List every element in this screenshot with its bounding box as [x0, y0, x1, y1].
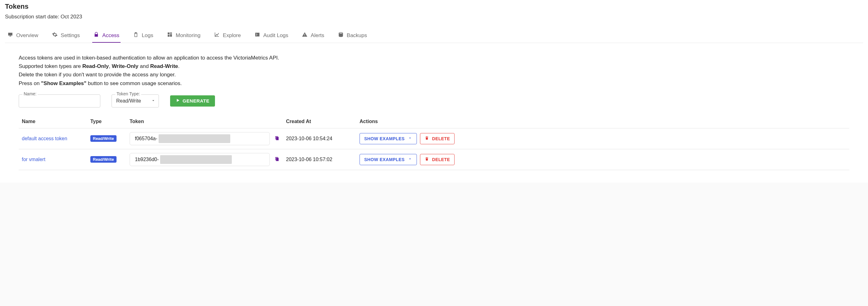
- name-field-wrap: Name:: [19, 94, 100, 108]
- tab-label: Logs: [142, 32, 153, 39]
- generate-button-label: GENERATE: [183, 98, 209, 103]
- description: Access tokens are used in token-based au…: [19, 54, 849, 88]
- name-field-label: Name:: [23, 91, 38, 96]
- token-type-label: Token Type:: [115, 91, 141, 96]
- table-row: default access tokenRead/Writef065704a-2…: [19, 128, 849, 149]
- token-type-badge: Read/Write: [90, 156, 117, 163]
- created-at: 2023-10-06 10:57:02: [286, 157, 333, 162]
- play-icon: [176, 98, 180, 103]
- chevron-down-icon: [408, 157, 412, 162]
- delete-label: DELETE: [432, 157, 450, 162]
- token-type-value: Read/Write: [116, 98, 141, 104]
- th-token: Token: [126, 115, 283, 128]
- delete-button[interactable]: DELETE: [420, 133, 455, 144]
- show-examples-button[interactable]: SHOW EXAMPLES: [360, 154, 417, 165]
- copy-icon[interactable]: [274, 156, 280, 163]
- tab-label: Monitoring: [176, 32, 200, 39]
- name-input[interactable]: [19, 94, 100, 108]
- tab-audit-logs[interactable]: Audit Logs: [253, 29, 289, 43]
- database-icon: [338, 32, 344, 39]
- show-examples-button[interactable]: SHOW EXAMPLES: [360, 133, 417, 144]
- chart-icon: [214, 32, 220, 39]
- subscription-date: Subscription start date: Oct 2023: [5, 14, 863, 20]
- tab-monitoring[interactable]: Monitoring: [166, 29, 202, 43]
- token-value-box: 1b9236d0-: [130, 153, 270, 166]
- tab-label: Access: [102, 32, 119, 39]
- dashboard-icon: [167, 32, 173, 39]
- th-created: Created At: [283, 115, 356, 128]
- tab-settings[interactable]: Settings: [51, 29, 81, 43]
- trash-icon: [425, 136, 429, 141]
- tab-label: Overview: [16, 32, 38, 39]
- tab-label: Audit Logs: [263, 32, 288, 39]
- desc-line2: Supported token types are Read-Only, Wri…: [19, 62, 849, 70]
- copy-icon[interactable]: [274, 135, 280, 142]
- subscription-date-value: Oct 2023: [61, 14, 82, 20]
- monitor-icon: [7, 32, 13, 39]
- gear-icon: [52, 32, 58, 39]
- tab-label: Backups: [347, 32, 367, 39]
- desc-line1: Access tokens are used in token-based au…: [19, 54, 849, 62]
- show-examples-label: SHOW EXAMPLES: [364, 136, 405, 141]
- tab-label: Alerts: [311, 32, 324, 39]
- desc-line4: Press on "Show Examples" button to see c…: [19, 79, 849, 88]
- token-prefix: f065704a-: [130, 136, 159, 142]
- tokens-table: Name Type Token Created At Actions defau…: [19, 115, 849, 170]
- token-masked: [160, 155, 232, 164]
- token-prefix: 1b9236d0-: [130, 157, 160, 162]
- desc-line3: Delete the token if you don't want to pr…: [19, 70, 849, 79]
- tab-explore[interactable]: Explore: [213, 29, 242, 43]
- clipboard-icon: [133, 32, 138, 39]
- delete-button[interactable]: DELETE: [420, 154, 455, 165]
- chevron-down-icon: [408, 136, 412, 141]
- tab-overview[interactable]: Overview: [6, 29, 39, 43]
- th-name: Name: [19, 115, 87, 128]
- page-title: Tokens: [5, 2, 863, 10]
- token-name-link[interactable]: default access token: [22, 136, 67, 141]
- tab-alerts[interactable]: Alerts: [301, 29, 325, 43]
- token-value-box: f065704a-: [130, 132, 270, 145]
- delete-label: DELETE: [432, 136, 450, 141]
- subscription-date-prefix: Subscription start date:: [5, 14, 61, 20]
- tab-label: Explore: [223, 32, 241, 39]
- token-type-field-wrap: Token Type: Read/Write: [112, 94, 159, 108]
- created-at: 2023-10-06 10:54:24: [286, 136, 333, 141]
- tab-backups[interactable]: Backups: [337, 29, 368, 43]
- generate-button[interactable]: GENERATE: [170, 95, 215, 106]
- create-token-form: Name: Token Type: Read/Write GENERATE: [19, 94, 849, 108]
- tab-access[interactable]: Access: [92, 29, 121, 43]
- tab-logs[interactable]: Logs: [132, 29, 155, 43]
- token-name-link[interactable]: for vmalert: [22, 157, 45, 162]
- th-type: Type: [87, 115, 126, 128]
- token-masked: [159, 134, 230, 143]
- table-row: for vmalertRead/Write1b9236d0-2023-10-06…: [19, 149, 849, 170]
- tab-label: Settings: [61, 32, 80, 39]
- show-examples-label: SHOW EXAMPLES: [364, 157, 405, 162]
- lock-icon: [93, 32, 99, 39]
- token-type-badge: Read/Write: [90, 135, 117, 142]
- warning-icon: [302, 32, 308, 39]
- token-type-select[interactable]: Read/Write: [112, 94, 159, 108]
- trash-icon: [425, 157, 429, 162]
- tabs-bar: OverviewSettingsAccessLogsMonitoringExpl…: [5, 29, 863, 43]
- terminal-icon: [254, 32, 260, 39]
- th-actions: Actions: [356, 115, 849, 128]
